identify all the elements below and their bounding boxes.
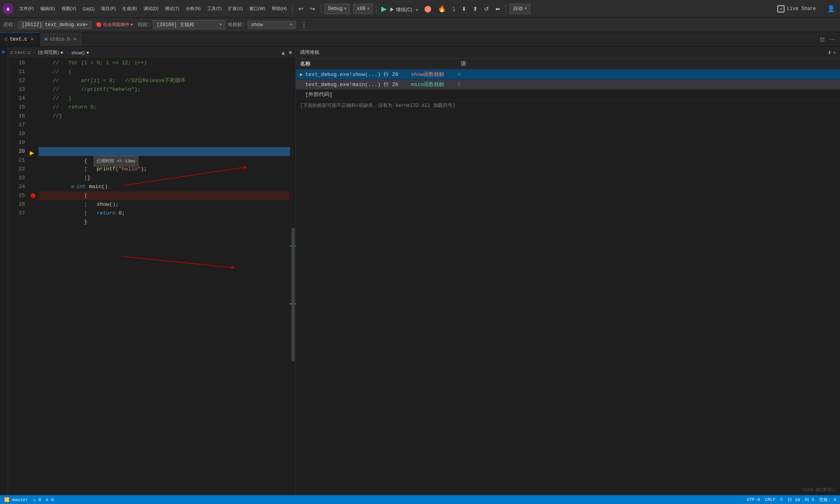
step-over-button[interactable]: ⤵	[450, 4, 458, 14]
ln-19: 19	[8, 138, 25, 147]
auto-arrow: ▼	[524, 7, 526, 11]
code-line-17	[39, 121, 290, 129]
status-encoding[interactable]: UTF-8	[747, 497, 760, 502]
scope-dropdown[interactable]: (全局范围) ▼	[38, 49, 64, 55]
menu-debug[interactable]: 调试(D)	[141, 4, 161, 13]
status-line-ending[interactable]: CRLF	[765, 497, 775, 502]
status-errors[interactable]: ⊘ 0	[46, 497, 54, 502]
menu-build[interactable]: 生成(B)	[120, 4, 140, 13]
line-numbers: 10 11 12 13 14 15 16 17 18 19 20 21 22 2…	[8, 59, 29, 504]
frame-0-lang: C	[458, 72, 461, 77]
menu-analyze[interactable]: 分析(N)	[183, 4, 203, 13]
code-line-18	[39, 129, 290, 138]
status-language[interactable]: C	[780, 497, 783, 502]
process-dropdown[interactable]: [20112] text_debug.exe ▼	[18, 21, 91, 29]
breakpoint-line-25[interactable]	[31, 193, 35, 198]
top-toolbar: ▲ 文件(F) 编辑(E) 视图(V) Git(G) 项目(P) 生成(B) 调…	[0, 0, 840, 18]
status-warnings[interactable]: ⚠ 0	[33, 497, 41, 502]
function-dropdown[interactable]: show() ▼	[72, 50, 90, 55]
ln-22: 22	[8, 165, 25, 174]
callstack-frame-2[interactable]: ▶ [外部代码]	[296, 90, 840, 100]
ln-17: 17	[8, 121, 25, 129]
tab-stdio-h-close[interactable]: ×	[72, 36, 77, 43]
platform-arrow: ▼	[367, 7, 369, 11]
code-gutter: ▶	[29, 59, 39, 504]
frame-1-arrow: ▶	[300, 82, 303, 88]
callstack-frame-0[interactable]: ▶ text_debug.exe!show(...) 行 20 show函数栈帧…	[296, 70, 840, 80]
stop-button[interactable]: ⬤	[422, 3, 434, 14]
callstack-frame-1[interactable]: ▶ text_debug.exe!main(...) 行 26 main函数栈帧…	[296, 80, 840, 90]
nav-up-button[interactable]: ▲	[280, 49, 286, 56]
menu-test[interactable]: 测试(T)	[162, 4, 182, 13]
callstack-expand[interactable]: ⬆	[828, 50, 832, 55]
live-share-button[interactable]: ⇌ Live Share	[773, 4, 820, 14]
stack-dropdown[interactable]: show ▼	[248, 21, 296, 29]
undo-button[interactable]: ↩	[296, 4, 306, 14]
process-value: [20112] text_debug.exe	[22, 22, 85, 28]
menu-tools[interactable]: 工具(T)	[205, 4, 224, 13]
callstack-warning-text: [下面的框架可能不正确和/或缺失，没有为 kernel32.dll 加载符号]	[300, 102, 455, 109]
continue-button[interactable]: ▶ ▶ 继续(C) ▼	[380, 4, 420, 13]
ln-12: 12	[8, 76, 25, 85]
user-button[interactable]: 👤	[825, 3, 838, 14]
tab-text-c-label: text.c	[10, 37, 27, 42]
platform-dropdown[interactable]: x86 ▼	[353, 4, 373, 14]
debug-toolbar: 进程: [20112] text_debug.exe ▼ 🔴 生命周期事件 ▾ …	[0, 18, 840, 32]
ln-27: 27	[8, 209, 25, 218]
arrow-left-icon[interactable]: ▶	[2, 48, 5, 55]
stack-more-button[interactable]: ⋮	[298, 19, 310, 30]
status-spaces[interactable]: 空格: 4	[819, 497, 836, 503]
toolbar-separator-2	[321, 4, 321, 13]
code-line-19: ⊟void show()	[39, 138, 290, 147]
col-lang: 语	[461, 60, 473, 68]
ln-21: 21	[8, 156, 25, 165]
split-editor-button[interactable]: ⊡	[818, 35, 826, 43]
thread-dropdown[interactable]: [20160] 主线程 ▼	[153, 20, 225, 29]
refresh-button[interactable]: ↺	[482, 4, 491, 14]
status-bar: 🔀 master ⚠ 0 ⊘ 0 UTF-8 CRLF C 行 20，列 5 空…	[0, 495, 840, 504]
config-dropdown[interactable]: Debug ▼	[324, 4, 350, 14]
status-position[interactable]: 行 20，列 5	[788, 497, 814, 503]
menu-help[interactable]: 帮助(H)	[269, 4, 289, 13]
redo-button[interactable]: ↪	[308, 4, 318, 14]
menu-git[interactable]: Git(G)	[80, 5, 97, 13]
tab-text-c[interactable]: C text.c ×	[0, 32, 40, 46]
menu-view[interactable]: 视图(V)	[59, 4, 79, 13]
process-arrow: ▼	[86, 23, 88, 27]
nav-forward-button[interactable]: ⬅	[493, 4, 503, 14]
frame-2-arrow: ▶	[300, 92, 303, 98]
play-label: ▶ 继续(C)	[390, 7, 412, 12]
tab-text-c-close[interactable]: ×	[30, 36, 35, 43]
file-icon: C	[10, 50, 13, 55]
restart-button[interactable]: 🔥	[435, 3, 448, 14]
menu-file[interactable]: 文件(F)	[17, 4, 36, 13]
menu-extensions[interactable]: 扩展(X)	[226, 4, 245, 13]
nav-arrows: ▲ ▼	[280, 49, 293, 56]
code-line-14: // }	[39, 94, 290, 103]
frame-1-name: text_debug.exe!main(...) 行 26 main函数栈帧	[305, 81, 458, 88]
step-out-button[interactable]: ⬆	[470, 4, 480, 14]
scrollbar-thumb[interactable]	[292, 228, 295, 361]
auto-dropdown[interactable]: 自动 ▼	[509, 4, 530, 14]
platform-label: x86	[357, 6, 366, 12]
more-tabs-button[interactable]: ⋯	[828, 35, 837, 43]
code-line-25: ¦ show();	[39, 191, 290, 200]
ln-26: 26	[8, 200, 25, 209]
menu-edit[interactable]: 编辑(E)	[38, 4, 58, 13]
status-branch[interactable]: 🔀 master	[4, 497, 28, 502]
menu-window[interactable]: 窗口(W)	[247, 4, 268, 13]
code-line-15: // return 0;	[39, 103, 290, 112]
menu-project[interactable]: 项目(P)	[99, 4, 118, 13]
code-scrollbar[interactable]	[290, 59, 296, 504]
code-line-23: ⊟int main()	[39, 174, 290, 182]
lifecycle-button[interactable]: 🔴 生命周期事件 ▾	[94, 20, 136, 29]
toolbar-separator-3	[376, 4, 376, 13]
callstack-warning: [下面的框架可能不正确和/或缺失，没有为 kernel32.dll 加载符号]	[296, 100, 840, 111]
nav-down-button[interactable]: ▼	[288, 49, 293, 56]
tab-stdio-h-label: stdio.h	[50, 37, 70, 42]
step-into-button[interactable]: ⬇	[459, 4, 469, 14]
config-label: Debug	[328, 6, 343, 12]
frame-1-label: main函数栈帧	[411, 82, 444, 88]
tab-stdio-h[interactable]: H stdio.h ×	[40, 32, 82, 46]
callstack-close[interactable]: ×	[833, 50, 836, 55]
